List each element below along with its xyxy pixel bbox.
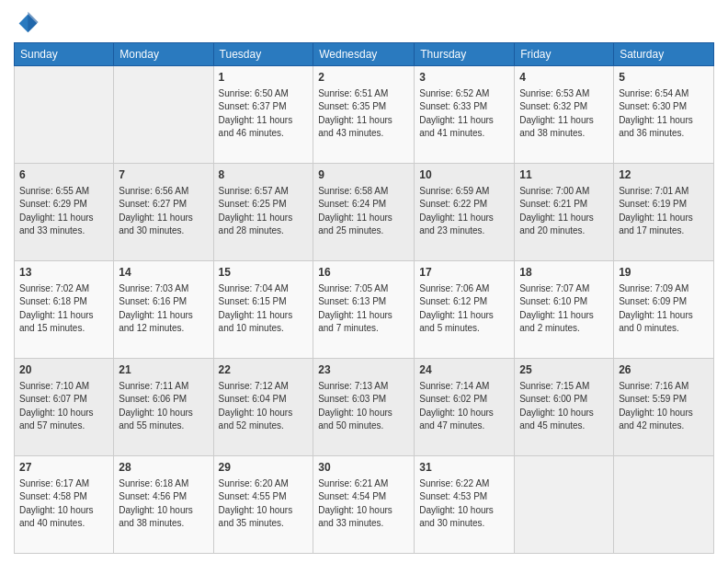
day-number: 28 [119,460,208,476]
calendar-cell: 5Sunrise: 6:54 AM Sunset: 6:30 PM Daylig… [614,66,714,164]
day-number: 26 [619,362,709,378]
day-info: Sunrise: 6:20 AM Sunset: 4:55 PM Dayligh… [219,477,309,531]
calendar-cell: 25Sunrise: 7:15 AM Sunset: 6:00 PM Dayli… [515,359,614,456]
calendar-cell: 22Sunrise: 7:12 AM Sunset: 6:04 PM Dayli… [213,359,313,456]
calendar-week-4: 20Sunrise: 7:10 AM Sunset: 6:07 PM Dayli… [15,359,714,456]
calendar-cell: 13Sunrise: 7:02 AM Sunset: 6:18 PM Dayli… [15,261,114,359]
calendar-cell: 6Sunrise: 6:55 AM Sunset: 6:29 PM Daylig… [15,164,114,261]
day-info: Sunrise: 7:05 AM Sunset: 6:13 PM Dayligh… [318,282,409,336]
day-number: 25 [519,362,609,378]
logo [14,9,43,35]
day-number: 6 [19,167,108,183]
calendar-cell: 18Sunrise: 7:07 AM Sunset: 6:10 PM Dayli… [515,261,614,359]
calendar: SundayMondayTuesdayWednesdayThursdayFrid… [14,42,714,554]
calendar-cell [15,66,114,164]
day-info: Sunrise: 6:54 AM Sunset: 6:30 PM Dayligh… [619,87,709,141]
day-number: 29 [219,460,309,476]
day-number: 5 [619,70,709,86]
day-header-friday: Friday [515,43,614,66]
day-header-thursday: Thursday [415,43,515,66]
calendar-cell: 28Sunrise: 6:18 AM Sunset: 4:56 PM Dayli… [114,456,213,554]
day-info: Sunrise: 6:50 AM Sunset: 6:37 PM Dayligh… [219,87,309,141]
day-info: Sunrise: 7:14 AM Sunset: 6:02 PM Dayligh… [419,380,509,433]
day-header-wednesday: Wednesday [313,43,415,66]
day-number: 31 [419,460,509,476]
day-header-tuesday: Tuesday [213,43,313,66]
day-number: 10 [419,167,509,183]
calendar-cell: 23Sunrise: 7:13 AM Sunset: 6:03 PM Dayli… [313,359,415,456]
day-header-monday: Monday [114,43,213,66]
day-info: Sunrise: 7:09 AM Sunset: 6:09 PM Dayligh… [619,282,709,336]
calendar-cell: 19Sunrise: 7:09 AM Sunset: 6:09 PM Dayli… [614,261,714,359]
logo-icon [14,9,40,35]
calendar-week-2: 6Sunrise: 6:55 AM Sunset: 6:29 PM Daylig… [15,164,714,261]
calendar-cell: 3Sunrise: 6:52 AM Sunset: 6:33 PM Daylig… [415,66,515,164]
day-info: Sunrise: 7:15 AM Sunset: 6:00 PM Dayligh… [519,380,609,433]
calendar-cell: 24Sunrise: 7:14 AM Sunset: 6:02 PM Dayli… [415,359,515,456]
calendar-cell: 27Sunrise: 6:17 AM Sunset: 4:58 PM Dayli… [15,456,114,554]
day-number: 15 [219,265,309,281]
day-number: 19 [619,265,709,281]
day-info: Sunrise: 6:21 AM Sunset: 4:54 PM Dayligh… [318,477,409,531]
day-number: 30 [318,460,409,476]
calendar-cell: 10Sunrise: 6:59 AM Sunset: 6:22 PM Dayli… [415,164,515,261]
calendar-week-1: 1Sunrise: 6:50 AM Sunset: 6:37 PM Daylig… [15,66,714,164]
day-number: 18 [519,265,609,281]
day-info: Sunrise: 7:12 AM Sunset: 6:04 PM Dayligh… [219,380,309,433]
calendar-week-3: 13Sunrise: 7:02 AM Sunset: 6:18 PM Dayli… [15,261,714,359]
day-info: Sunrise: 7:02 AM Sunset: 6:18 PM Dayligh… [19,282,108,336]
day-number: 14 [119,265,208,281]
day-number: 4 [519,70,609,86]
calendar-cell: 30Sunrise: 6:21 AM Sunset: 4:54 PM Dayli… [313,456,415,554]
day-info: Sunrise: 7:07 AM Sunset: 6:10 PM Dayligh… [519,282,609,336]
calendar-header: SundayMondayTuesdayWednesdayThursdayFrid… [15,43,714,66]
calendar-cell: 31Sunrise: 6:22 AM Sunset: 4:53 PM Dayli… [415,456,515,554]
day-header-saturday: Saturday [614,43,714,66]
day-info: Sunrise: 6:57 AM Sunset: 6:25 PM Dayligh… [219,185,309,238]
calendar-cell: 29Sunrise: 6:20 AM Sunset: 4:55 PM Dayli… [213,456,313,554]
calendar-cell: 2Sunrise: 6:51 AM Sunset: 6:35 PM Daylig… [313,66,415,164]
calendar-cell: 26Sunrise: 7:16 AM Sunset: 5:59 PM Dayli… [614,359,714,456]
day-info: Sunrise: 6:55 AM Sunset: 6:29 PM Dayligh… [19,185,108,238]
day-info: Sunrise: 7:10 AM Sunset: 6:07 PM Dayligh… [19,380,108,433]
day-number: 21 [119,362,208,378]
day-info: Sunrise: 6:58 AM Sunset: 6:24 PM Dayligh… [318,185,409,238]
day-number: 20 [19,362,108,378]
day-number: 17 [419,265,509,281]
calendar-body: 1Sunrise: 6:50 AM Sunset: 6:37 PM Daylig… [15,66,714,554]
calendar-cell: 21Sunrise: 7:11 AM Sunset: 6:06 PM Dayli… [114,359,213,456]
day-number: 9 [318,167,409,183]
day-number: 2 [318,70,409,86]
days-row: SundayMondayTuesdayWednesdayThursdayFrid… [15,43,714,66]
calendar-cell: 12Sunrise: 7:01 AM Sunset: 6:19 PM Dayli… [614,164,714,261]
day-info: Sunrise: 7:13 AM Sunset: 6:03 PM Dayligh… [318,380,409,433]
day-number: 11 [519,167,609,183]
calendar-cell [114,66,213,164]
calendar-cell: 16Sunrise: 7:05 AM Sunset: 6:13 PM Dayli… [313,261,415,359]
day-number: 24 [419,362,509,378]
day-number: 7 [119,167,208,183]
calendar-cell: 8Sunrise: 6:57 AM Sunset: 6:25 PM Daylig… [213,164,313,261]
day-number: 16 [318,265,409,281]
calendar-cell: 7Sunrise: 6:56 AM Sunset: 6:27 PM Daylig… [114,164,213,261]
day-info: Sunrise: 7:04 AM Sunset: 6:15 PM Dayligh… [219,282,309,336]
calendar-cell: 4Sunrise: 6:53 AM Sunset: 6:32 PM Daylig… [515,66,614,164]
day-info: Sunrise: 6:17 AM Sunset: 4:58 PM Dayligh… [19,477,108,531]
day-number: 13 [19,265,108,281]
day-info: Sunrise: 7:06 AM Sunset: 6:12 PM Dayligh… [419,282,509,336]
calendar-cell: 11Sunrise: 7:00 AM Sunset: 6:21 PM Dayli… [515,164,614,261]
calendar-cell: 17Sunrise: 7:06 AM Sunset: 6:12 PM Dayli… [415,261,515,359]
day-info: Sunrise: 7:00 AM Sunset: 6:21 PM Dayligh… [519,185,609,238]
day-info: Sunrise: 7:11 AM Sunset: 6:06 PM Dayligh… [119,380,208,433]
day-info: Sunrise: 6:59 AM Sunset: 6:22 PM Dayligh… [419,185,509,238]
day-info: Sunrise: 6:51 AM Sunset: 6:35 PM Dayligh… [318,87,409,141]
svg-marker-1 [28,12,38,32]
day-number: 22 [219,362,309,378]
day-info: Sunrise: 7:16 AM Sunset: 5:59 PM Dayligh… [619,380,709,433]
day-number: 27 [19,460,108,476]
calendar-cell: 15Sunrise: 7:04 AM Sunset: 6:15 PM Dayli… [213,261,313,359]
calendar-cell: 20Sunrise: 7:10 AM Sunset: 6:07 PM Dayli… [15,359,114,456]
day-info: Sunrise: 7:01 AM Sunset: 6:19 PM Dayligh… [619,185,709,238]
calendar-cell: 1Sunrise: 6:50 AM Sunset: 6:37 PM Daylig… [213,66,313,164]
day-info: Sunrise: 6:53 AM Sunset: 6:32 PM Dayligh… [519,87,609,141]
